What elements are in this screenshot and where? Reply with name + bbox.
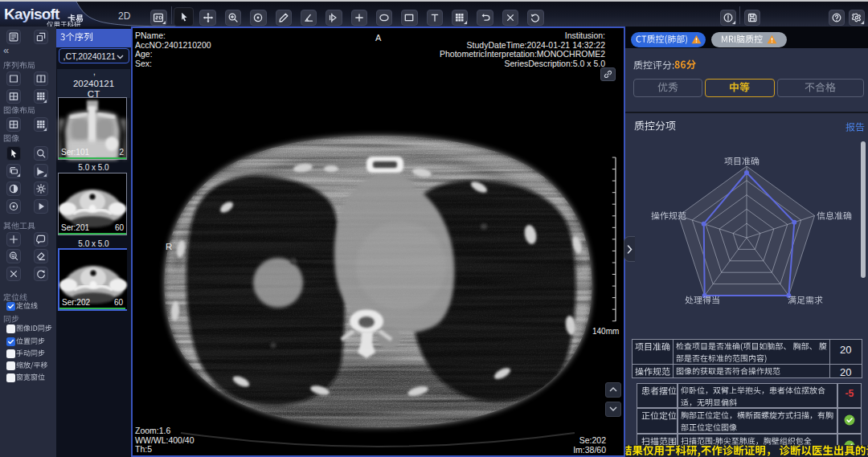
svg-text:Kayisoft: Kayisoft [4, 6, 60, 22]
